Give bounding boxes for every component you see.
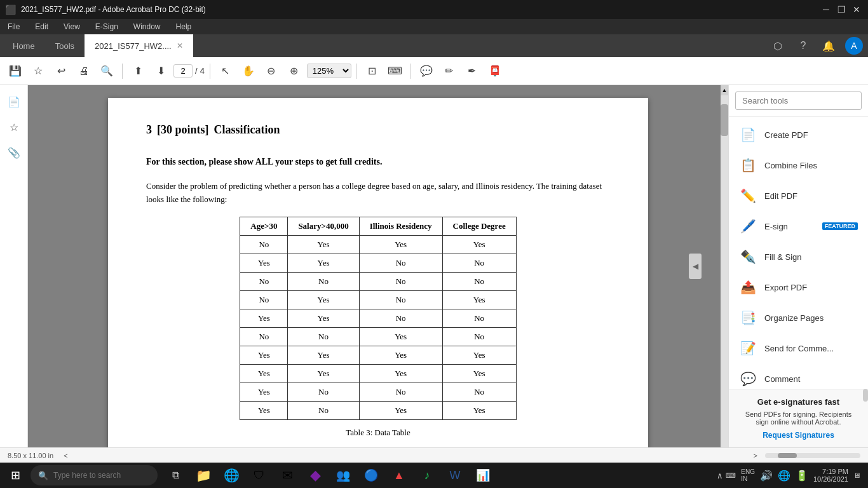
cell-r6-c3: Yes: [442, 346, 516, 364]
request-signatures-link[interactable]: Request Signatures: [739, 431, 858, 440]
search-button[interactable]: 🔍: [97, 61, 117, 81]
doc-area[interactable]: ▲ 3 [30 points] Classification For this …: [28, 85, 728, 447]
next-page-button[interactable]: ⬇: [151, 61, 171, 81]
menu-file[interactable]: File: [5, 21, 22, 32]
rotate-button[interactable]: ⌨: [385, 61, 405, 81]
comment-button[interactable]: 💬: [416, 61, 437, 81]
tray-volume[interactable]: 🔊: [760, 470, 773, 482]
prev-page-button[interactable]: ⬆: [128, 61, 148, 81]
tool-item-0[interactable]: 📄Create PDF: [729, 119, 868, 150]
menu-window[interactable]: Window: [131, 21, 163, 32]
cell-r5-c0: No: [240, 327, 288, 346]
cell-r8-c1: No: [288, 383, 359, 401]
tray-keyboard[interactable]: ⌨: [726, 471, 736, 480]
zoom-in-button[interactable]: ⊕: [284, 61, 304, 81]
page-number: / 4: [173, 64, 205, 78]
zoom-select[interactable]: 125% 100% 150% 75%: [307, 64, 351, 78]
scroll-left-arrow[interactable]: <: [64, 452, 67, 459]
taskbar-edge[interactable]: 🌐: [219, 463, 244, 488]
menu-edit[interactable]: Edit: [32, 21, 51, 32]
tool-item-2[interactable]: ✏️Edit PDF: [729, 180, 868, 211]
tool-icon-1: 📋: [739, 156, 757, 174]
page-input[interactable]: [173, 64, 193, 78]
sidebar-attachments-icon[interactable]: 📎: [3, 141, 25, 164]
col-header-residency: Illinois Residency: [359, 217, 442, 235]
taskbar-app6[interactable]: ◆: [302, 463, 328, 488]
search-tools-input[interactable]: [735, 92, 862, 110]
taskbar-mail[interactable]: ✉: [275, 463, 300, 488]
back-button[interactable]: ↩: [51, 61, 71, 81]
share-icon[interactable]: ⬡: [769, 37, 787, 55]
promo-section: Get e-signatures fast Send PDFs for sign…: [729, 389, 868, 447]
user-avatar[interactable]: A: [845, 37, 863, 55]
taskbar-search-input[interactable]: [53, 471, 149, 480]
hand-tool[interactable]: ✋: [238, 61, 259, 81]
pen-button[interactable]: ✏: [439, 61, 459, 81]
tool-item-4[interactable]: ✒️Fill & Sign: [729, 241, 868, 272]
minimize-button[interactable]: ─: [820, 3, 832, 16]
start-button[interactable]: ⊞: [3, 463, 28, 488]
cell-r7-c3: Yes: [442, 364, 516, 383]
col-header-degree: College Degree: [442, 217, 516, 235]
taskbar-excel[interactable]: 📊: [470, 463, 496, 488]
tab-tools[interactable]: Tools: [45, 34, 85, 57]
taskbar-word[interactable]: W: [442, 463, 468, 488]
taskbar-spotify[interactable]: ♪: [414, 463, 440, 488]
show-desktop[interactable]: 🖥: [853, 471, 860, 479]
cell-r6-c2: Yes: [359, 346, 442, 364]
tab-home[interactable]: Home: [3, 34, 45, 57]
page-scrollbar[interactable]: [765, 453, 860, 458]
tray-battery[interactable]: 🔋: [796, 470, 808, 482]
help-icon[interactable]: ?: [794, 37, 812, 55]
notification-icon[interactable]: 🔔: [820, 37, 837, 55]
maximize-button[interactable]: ❐: [835, 3, 848, 16]
tab-document[interactable]: 2021_IS577_HW2.... ✕: [85, 34, 193, 57]
taskbar-acrobat[interactable]: ▲: [386, 463, 412, 488]
sidebar-bookmarks-icon[interactable]: ☆: [3, 116, 25, 139]
tool-item-5[interactable]: 📤Export PDF: [729, 272, 868, 302]
tray-arrow[interactable]: ∧: [717, 471, 723, 480]
window-controls[interactable]: ─ ❐ ✕: [820, 3, 863, 16]
print-button[interactable]: 🖨: [74, 61, 94, 81]
menu-help[interactable]: Help: [173, 21, 194, 32]
tab-close-button[interactable]: ✕: [177, 41, 183, 50]
cell-r9-c0: Yes: [240, 401, 288, 419]
menu-esign[interactable]: E-Sign: [93, 21, 121, 32]
bookmark-button[interactable]: ☆: [28, 61, 48, 81]
save-button[interactable]: 💾: [5, 61, 25, 81]
tool-item-8[interactable]: 💬Comment: [729, 363, 868, 389]
tool-item-1[interactable]: 📋Combine Files: [729, 150, 868, 180]
taskbar-search[interactable]: 🔍: [31, 465, 158, 485]
cell-r9-c1: No: [288, 401, 359, 419]
stamp-button[interactable]: 📮: [485, 61, 505, 81]
cell-r7-c1: Yes: [288, 364, 359, 383]
doc-scrollbar[interactable]: [721, 85, 728, 447]
tray-network[interactable]: 🌐: [778, 470, 790, 482]
menu-view[interactable]: View: [61, 21, 83, 32]
toolbar: 💾 ☆ ↩ 🖨 🔍 ⬆ ⬇ / 4 ↖ ✋ ⊖ ⊕ 125% 100% 150%…: [0, 57, 868, 85]
taskbar-time[interactable]: 7:19 PM 10/26/2021: [813, 468, 848, 483]
page-separator: /: [195, 66, 198, 76]
taskbar-files[interactable]: 📁: [191, 463, 216, 488]
tool-label-2: Edit PDF: [764, 191, 797, 201]
scroll-up-button[interactable]: ▲: [721, 85, 728, 95]
taskbar-teams[interactable]: 👥: [330, 463, 356, 488]
sidebar-pages-icon[interactable]: 📄: [3, 90, 25, 113]
fit-page-button[interactable]: ⊡: [362, 61, 383, 81]
collapse-left-button[interactable]: ◀: [689, 254, 702, 279]
taskbar-chrome[interactable]: 🔵: [358, 463, 384, 488]
cell-r3-c0: No: [240, 290, 288, 309]
tool-item-6[interactable]: 📑Organize Pages: [729, 302, 868, 333]
cell-r6-c1: Yes: [288, 346, 359, 364]
tool-label-1: Combine Files: [764, 161, 817, 170]
highlight-button[interactable]: ✒: [462, 61, 482, 81]
zoom-out-button[interactable]: ⊖: [261, 61, 281, 81]
tool-item-7[interactable]: 📝Send for Comme...: [729, 333, 868, 363]
taskbar-store[interactable]: 🛡: [247, 463, 272, 488]
tool-item-3[interactable]: 🖊️E-signFEATURED: [729, 211, 868, 241]
scroll-right-arrow[interactable]: >: [754, 452, 757, 459]
close-button[interactable]: ✕: [850, 3, 863, 16]
tray-lang[interactable]: ENGIN: [741, 468, 755, 482]
task-view-button[interactable]: ⧉: [163, 463, 188, 488]
cursor-tool[interactable]: ↖: [215, 61, 236, 81]
